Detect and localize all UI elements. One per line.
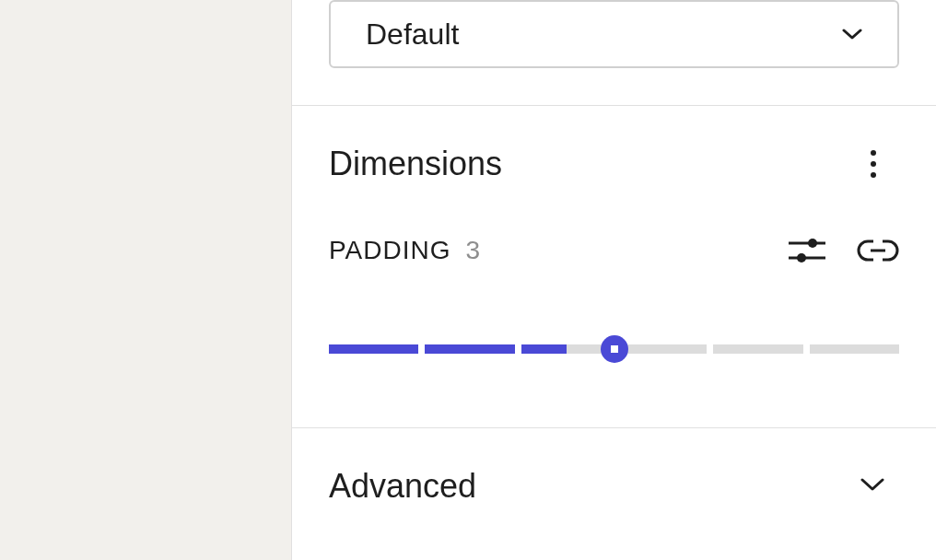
padding-label: PADDING xyxy=(329,236,451,265)
padding-row: PADDING 3 xyxy=(329,235,899,266)
slider-segment xyxy=(329,344,418,354)
slider-thumb[interactable] xyxy=(601,335,628,363)
advanced-toggle[interactable]: Advanced xyxy=(329,467,899,506)
padding-value: 3 xyxy=(466,236,481,265)
padding-label-group: PADDING 3 xyxy=(329,236,480,265)
padding-slider[interactable] xyxy=(329,340,899,358)
sliders-icon[interactable] xyxy=(789,235,825,266)
slider-segment xyxy=(810,344,899,354)
dimensions-header: Dimensions xyxy=(329,145,899,183)
dimensions-title: Dimensions xyxy=(329,145,502,183)
padding-controls xyxy=(789,235,899,266)
slider-segment xyxy=(617,344,707,354)
more-options-icon[interactable] xyxy=(862,147,884,181)
chevron-down-icon xyxy=(842,24,862,44)
style-select[interactable]: Default xyxy=(329,0,899,68)
style-select-value: Default xyxy=(366,18,459,52)
svg-point-3 xyxy=(797,253,806,262)
chevron-down-icon xyxy=(860,477,884,496)
advanced-title: Advanced xyxy=(329,467,476,506)
inspector-panel: Default Dimensions PADDING 3 xyxy=(291,0,936,560)
canvas-area xyxy=(0,0,291,560)
advanced-section: Advanced xyxy=(292,428,936,544)
svg-point-1 xyxy=(808,239,817,248)
dimensions-section: Dimensions PADDING 3 xyxy=(292,106,936,428)
slider-segment xyxy=(425,344,514,354)
link-icon[interactable] xyxy=(857,237,899,264)
slider-segment xyxy=(521,344,611,354)
style-section: Default xyxy=(292,0,936,106)
slider-segment xyxy=(713,344,802,354)
